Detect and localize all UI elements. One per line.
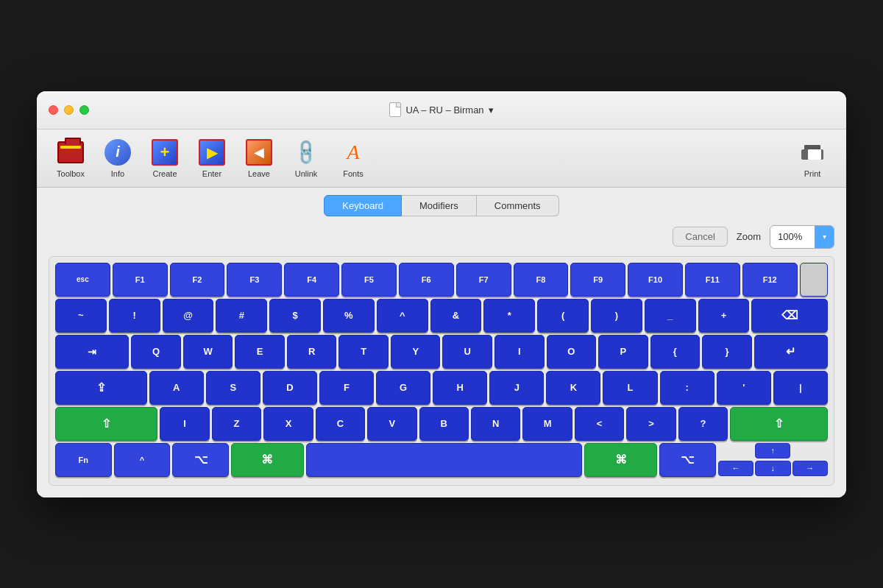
- key-t[interactable]: T: [338, 335, 389, 369]
- key-lbrace[interactable]: {: [650, 335, 701, 369]
- key-esc[interactable]: esc: [55, 263, 110, 297]
- key-rshift[interactable]: ⇧: [730, 407, 828, 441]
- key-rcmd[interactable]: ⌘: [584, 443, 657, 477]
- leave-icon: ◀: [245, 138, 273, 166]
- key-lt[interactable]: <: [575, 407, 624, 441]
- minimize-button[interactable]: [64, 105, 74, 115]
- key-caret[interactable]: ^: [377, 299, 428, 333]
- toolbar-fonts[interactable]: A Fonts: [331, 135, 375, 181]
- key-percent[interactable]: %: [323, 299, 375, 333]
- key-tab[interactable]: ⇥: [55, 335, 129, 369]
- key-star[interactable]: *: [483, 299, 535, 333]
- key-hash[interactable]: #: [216, 299, 267, 333]
- key-rparen[interactable]: ): [591, 299, 642, 333]
- key-f7[interactable]: F7: [456, 263, 511, 297]
- tab-keyboard[interactable]: Keyboard: [324, 195, 402, 216]
- key-e[interactable]: E: [235, 335, 285, 369]
- key-exclaim[interactable]: !: [109, 299, 160, 333]
- key-ctrl[interactable]: ^: [114, 443, 171, 477]
- cancel-button[interactable]: Cancel: [673, 227, 727, 247]
- key-pipe[interactable]: |: [773, 371, 828, 405]
- key-f4[interactable]: F4: [284, 263, 339, 297]
- key-y[interactable]: Y: [391, 335, 441, 369]
- key-gt[interactable]: >: [626, 407, 675, 441]
- key-q[interactable]: Q: [131, 335, 181, 369]
- toolbar-info[interactable]: i Info: [96, 135, 140, 181]
- toolbar-enter[interactable]: ▶ Enter: [190, 135, 234, 181]
- key-s[interactable]: S: [206, 371, 260, 405]
- window-title: UA – RU – Birman: [405, 105, 483, 116]
- key-f3[interactable]: F3: [227, 263, 282, 297]
- key-f11[interactable]: F11: [685, 263, 740, 297]
- toolbar-leave[interactable]: ◀ Leave: [237, 135, 281, 181]
- key-b[interactable]: B: [419, 407, 469, 441]
- key-capslock[interactable]: ⇪: [55, 371, 147, 405]
- key-right[interactable]: →: [792, 461, 828, 476]
- key-m[interactable]: M: [522, 407, 572, 441]
- toolbar-toolbox[interactable]: Toolbox: [49, 135, 93, 181]
- key-dollar[interactable]: $: [269, 299, 321, 333]
- key-f8[interactable]: F8: [514, 263, 569, 297]
- key-d[interactable]: D: [263, 371, 317, 405]
- maximize-button[interactable]: [79, 105, 89, 115]
- key-question[interactable]: ?: [678, 407, 728, 441]
- key-space[interactable]: [306, 443, 582, 477]
- key-a[interactable]: A: [149, 371, 204, 405]
- close-button[interactable]: [49, 105, 58, 115]
- key-underscore[interactable]: _: [645, 299, 696, 333]
- key-lalt[interactable]: ⌥: [172, 443, 229, 477]
- unlink-icon: 🔗: [292, 138, 320, 166]
- key-rbrace[interactable]: }: [702, 335, 752, 369]
- key-slash-i[interactable]: I: [160, 407, 209, 441]
- key-c[interactable]: C: [316, 407, 365, 441]
- key-x[interactable]: X: [263, 407, 313, 441]
- key-o[interactable]: O: [547, 335, 597, 369]
- zoom-dropdown-button[interactable]: ▾: [815, 226, 834, 248]
- key-colon[interactable]: :: [660, 371, 714, 405]
- key-f[interactable]: F: [319, 371, 374, 405]
- key-g[interactable]: G: [376, 371, 430, 405]
- toolbar-create[interactable]: + Create: [143, 135, 187, 181]
- key-f10[interactable]: F10: [628, 263, 683, 297]
- key-i[interactable]: I: [494, 335, 545, 369]
- toolbar-print[interactable]: Print: [790, 135, 834, 181]
- key-f9[interactable]: F9: [570, 263, 625, 297]
- key-up[interactable]: ↑: [755, 443, 790, 458]
- key-amp[interactable]: &: [430, 299, 482, 333]
- key-quote[interactable]: ': [717, 371, 771, 405]
- key-ralt[interactable]: ⌥: [659, 443, 716, 477]
- key-v[interactable]: V: [367, 407, 416, 441]
- key-f13[interactable]: [800, 263, 828, 297]
- key-plus[interactable]: +: [698, 299, 750, 333]
- arrow-bottom-row: ← ↓ →: [718, 461, 828, 477]
- tab-modifiers[interactable]: Modifiers: [402, 195, 477, 216]
- key-f6[interactable]: F6: [399, 263, 454, 297]
- key-p[interactable]: P: [598, 335, 648, 369]
- key-n[interactable]: N: [471, 407, 520, 441]
- key-z[interactable]: Z: [212, 407, 261, 441]
- key-down[interactable]: ↓: [755, 461, 790, 476]
- key-lshift[interactable]: ⇧: [55, 407, 157, 441]
- key-fn[interactable]: Fn: [55, 443, 112, 477]
- key-backspace[interactable]: ⌫: [751, 299, 828, 333]
- dropdown-arrow-icon[interactable]: ▾: [489, 105, 494, 116]
- key-left[interactable]: ←: [718, 461, 753, 476]
- key-f1[interactable]: F1: [113, 263, 168, 297]
- tab-comments[interactable]: Comments: [477, 195, 559, 216]
- key-r[interactable]: R: [287, 335, 337, 369]
- key-tilde[interactable]: ~: [55, 299, 107, 333]
- key-h[interactable]: H: [433, 371, 487, 405]
- key-f12[interactable]: F12: [742, 263, 798, 297]
- key-lcmd[interactable]: ⌘: [231, 443, 304, 477]
- key-f5[interactable]: F5: [341, 263, 397, 297]
- key-u[interactable]: U: [442, 335, 492, 369]
- key-enter[interactable]: ↵: [754, 335, 828, 369]
- key-j[interactable]: J: [489, 371, 544, 405]
- key-lparen[interactable]: (: [537, 299, 589, 333]
- key-w[interactable]: W: [183, 335, 233, 369]
- key-k[interactable]: K: [546, 371, 600, 405]
- key-at[interactable]: @: [163, 299, 214, 333]
- key-f2[interactable]: F2: [170, 263, 225, 297]
- key-l[interactable]: L: [603, 371, 657, 405]
- toolbar-unlink[interactable]: 🔗 Unlink: [284, 135, 328, 181]
